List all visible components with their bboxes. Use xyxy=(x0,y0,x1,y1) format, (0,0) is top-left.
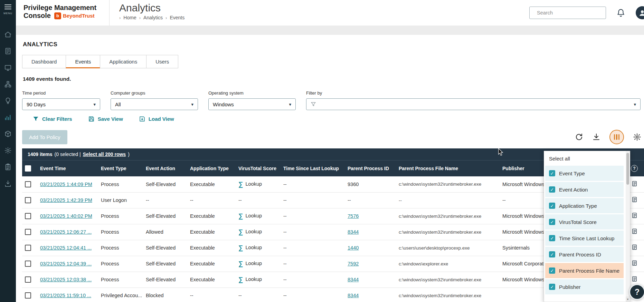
event-time-link[interactable]: 03/21/2025 12:03:38 ... xyxy=(40,277,92,282)
col-header-event-type[interactable]: Event Type xyxy=(98,160,143,176)
row-checkbox[interactable] xyxy=(25,276,31,283)
sidebar-item-analytics[interactable] xyxy=(4,114,12,121)
scrollbar-down-arrow[interactable]: ▾ xyxy=(626,296,630,302)
parent-process-id-link[interactable]: 1440 xyxy=(348,245,359,251)
user-avatar[interactable] xyxy=(636,6,644,19)
select-all-rows-link[interactable]: Select all 200 rows xyxy=(83,152,126,157)
sidebar-item-packages[interactable] xyxy=(4,130,12,138)
columns-button[interactable] xyxy=(609,130,624,144)
column-menu-item[interactable]: ✓VirusTotal Score xyxy=(545,214,624,230)
event-details-icon[interactable] xyxy=(631,244,638,251)
add-to-policy-button[interactable]: Add To Policy xyxy=(22,130,67,144)
event-details-icon[interactable] xyxy=(631,181,638,187)
col-header-virustotal-score[interactable]: VirusTotal Score xyxy=(236,160,281,176)
checkbox-checked-icon[interactable]: ✓ xyxy=(549,186,555,193)
breadcrumb-home[interactable]: Home xyxy=(123,15,136,20)
column-menu-scrollbar[interactable]: ▾ xyxy=(626,151,630,302)
tab-users[interactable]: Users xyxy=(146,55,178,68)
help-button[interactable]: ? xyxy=(629,284,644,300)
sidebar-item-policies[interactable] xyxy=(4,47,12,55)
breadcrumb-analytics[interactable]: Analytics xyxy=(143,15,163,20)
row-checkbox[interactable] xyxy=(25,229,31,235)
event-time-link[interactable]: 03/21/2025 1:44:09 PM xyxy=(40,182,92,187)
select-all-checkbox[interactable] xyxy=(25,165,31,172)
notifications-button[interactable] xyxy=(616,8,625,17)
event-time-link[interactable]: 03/21/2025 12:04:39 ... xyxy=(40,261,92,266)
checkbox-checked-icon[interactable]: ✓ xyxy=(549,284,555,290)
col-header-event-action[interactable]: Event Action xyxy=(143,160,187,176)
virustotal-cell[interactable]: ∑Lookup xyxy=(236,240,281,256)
refresh-button[interactable] xyxy=(575,133,583,141)
checkbox-checked-icon[interactable]: ✓ xyxy=(549,219,555,225)
event-details-icon[interactable] xyxy=(631,228,638,235)
column-menu-item[interactable]: ✓Parent Process File Name xyxy=(545,263,624,278)
event-time-link[interactable]: 03/21/2025 12:06:27 ... xyxy=(40,229,92,235)
event-time-link[interactable]: 03/21/2025 1:42:39 PM xyxy=(40,197,92,203)
breadcrumb-events[interactable]: Events xyxy=(170,15,184,20)
virustotal-cell[interactable]: ∑Lookup xyxy=(236,256,281,272)
column-menu-item[interactable]: ✓Application Type xyxy=(545,198,624,213)
checkbox-checked-icon[interactable]: ✓ xyxy=(549,203,555,209)
checkbox-checked-icon[interactable]: ✓ xyxy=(549,170,555,176)
checkbox-checked-icon[interactable]: ✓ xyxy=(549,267,555,274)
computer-groups-select[interactable]: All ▾ xyxy=(111,98,198,110)
parent-process-id-link[interactable]: 7592 xyxy=(348,261,359,266)
row-checkbox[interactable] xyxy=(25,213,31,219)
event-details-icon[interactable] xyxy=(631,276,638,282)
column-menu-item[interactable]: ✓Publisher xyxy=(545,279,624,294)
scrollbar-thumb[interactable] xyxy=(626,153,629,185)
sidebar-item-downloads[interactable] xyxy=(4,180,12,187)
col-header-parent-process-id[interactable]: Parent Process ID xyxy=(345,160,396,176)
column-menu-item[interactable]: ✓Event Action xyxy=(545,182,624,197)
filter-by-select[interactable]: ▾ xyxy=(306,98,641,110)
row-checkbox[interactable] xyxy=(25,197,31,203)
checkbox-checked-icon[interactable]: ✓ xyxy=(549,235,555,241)
virustotal-cell[interactable]: ∑Lookup xyxy=(236,208,281,224)
load-view-button[interactable]: Load View xyxy=(139,116,174,122)
tab-dashboard[interactable]: Dashboard xyxy=(22,55,66,68)
column-menu-item[interactable]: ✓Event Type xyxy=(545,166,624,181)
col-header-application-type[interactable]: Application Type xyxy=(187,160,236,176)
menu-button[interactable]: MENU xyxy=(3,3,12,15)
event-time-link[interactable]: 03/21/2025 12:04:41 ... xyxy=(40,245,92,251)
select-all-columns[interactable]: Select all xyxy=(544,151,630,165)
event-time-link[interactable]: 03/21/2025 11:59:10 ... xyxy=(40,293,91,298)
virustotal-cell[interactable]: ∑Lookup xyxy=(236,272,281,288)
event-details-icon[interactable] xyxy=(631,196,638,203)
sidebar-item-computers[interactable] xyxy=(4,64,12,71)
help-icon[interactable]: ? xyxy=(631,165,638,172)
col-header-parent-process-file-name[interactable]: Parent Process File Name xyxy=(396,160,500,176)
column-menu-item[interactable]: ✓Time Since Last Lookup xyxy=(545,231,624,246)
parent-process-id-link[interactable]: 8344 xyxy=(348,277,359,282)
parent-process-id-link[interactable]: 8344 xyxy=(348,293,359,298)
event-details-icon[interactable] xyxy=(631,212,638,219)
sidebar-item-configuration[interactable] xyxy=(4,147,12,154)
table-settings-button[interactable] xyxy=(633,133,641,141)
row-checkbox[interactable] xyxy=(25,181,31,187)
row-checkbox[interactable] xyxy=(25,292,31,299)
event-time-link[interactable]: 03/21/2025 1:40:02 PM xyxy=(40,213,92,219)
col-header-time-since-last-lookup[interactable]: Time Since Last Lookup xyxy=(281,160,345,176)
sidebar-item-auditing[interactable] xyxy=(4,163,12,171)
sidebar-item-insights[interactable] xyxy=(4,97,12,105)
col-header-event-time[interactable]: Event Time xyxy=(37,160,98,176)
sidebar-item-computer-groups[interactable] xyxy=(4,80,12,88)
parent-process-id-link[interactable]: 8344 xyxy=(348,229,359,235)
operating-system-select[interactable]: Windows ▾ xyxy=(208,98,296,110)
save-view-button[interactable]: Save View xyxy=(88,116,123,122)
checkbox-checked-icon[interactable]: ✓ xyxy=(549,251,555,257)
event-details-icon[interactable] xyxy=(631,260,638,266)
virustotal-cell[interactable]: ∑Lookup xyxy=(236,176,281,192)
sidebar-item-home[interactable] xyxy=(4,31,12,38)
tab-applications[interactable]: Applications xyxy=(100,55,146,68)
search-input[interactable] xyxy=(536,10,602,16)
parent-process-id-link[interactable]: 7576 xyxy=(348,213,359,219)
tab-events[interactable]: Events xyxy=(66,55,100,68)
virustotal-cell[interactable]: ∑Lookup xyxy=(236,224,281,240)
column-menu-item[interactable]: ✓Parent Process ID xyxy=(545,247,624,262)
row-checkbox[interactable] xyxy=(25,261,31,267)
row-checkbox[interactable] xyxy=(25,245,31,251)
clear-filters-button[interactable]: Clear Filters xyxy=(32,116,72,122)
time-period-select[interactable]: 90 Days ▾ xyxy=(22,98,100,110)
export-download-button[interactable] xyxy=(592,133,600,141)
